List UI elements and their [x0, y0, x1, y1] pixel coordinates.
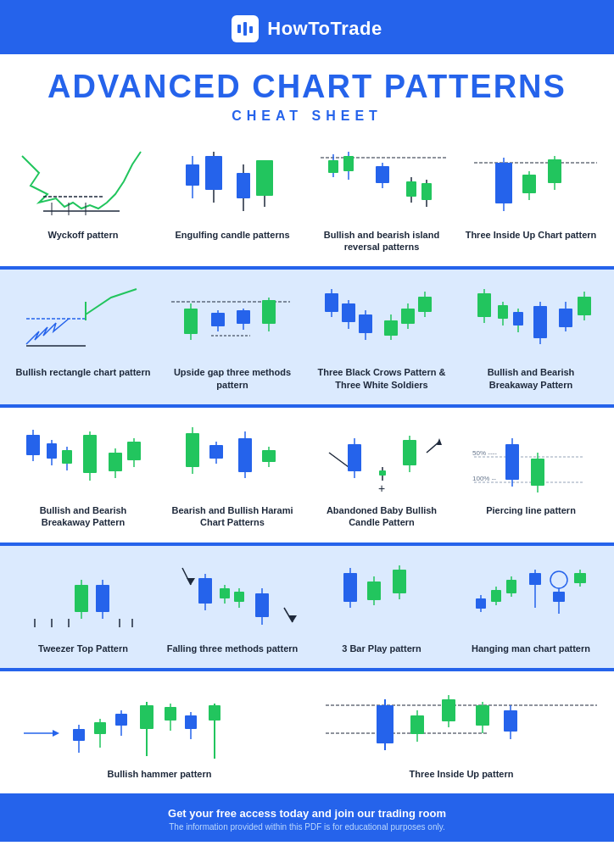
svg-marker-119 [187, 578, 195, 585]
svg-rect-133 [367, 581, 381, 600]
svg-rect-123 [220, 588, 230, 598]
svg-rect-62 [498, 305, 508, 319]
pattern-engulfing-label: Engulfing candle patterns [175, 229, 289, 241]
pattern-harami-label: Bearish and Bullish Harami Chart Pattern… [165, 504, 300, 529]
svg-rect-22 [376, 166, 389, 183]
pattern-bar-play: 3 Bar Play pattern [310, 554, 453, 659]
svg-rect-72 [26, 435, 40, 455]
svg-rect-146 [553, 592, 565, 602]
svg-rect-135 [393, 570, 406, 593]
pattern-breakaway2: Bullish and Bearish Breakaway Pattern [12, 416, 154, 534]
header: HowToTrade [0, 0, 614, 54]
svg-rect-156 [115, 714, 127, 726]
svg-rect-60 [477, 293, 491, 317]
svg-text:50% ----: 50% ---- [472, 449, 497, 457]
svg-rect-80 [109, 453, 122, 471]
pattern-hanging-man: Hanging man chart pattern [460, 554, 602, 659]
pattern-island-label: Bullish and bearish island reversal patt… [314, 229, 449, 253]
svg-rect-24 [406, 181, 416, 197]
pattern-tweezer-label: Tweezer Top Pattern [38, 643, 128, 654]
svg-rect-158 [140, 705, 154, 729]
pattern-bullish-rect-label: Bullish rectangle chart pattern [16, 366, 151, 378]
svg-rect-78 [83, 435, 97, 473]
footer-sub-text: The information provided within this PDF… [17, 822, 597, 832]
row-last: Bullish hammer pattern [0, 671, 614, 793]
svg-rect-106 [505, 444, 519, 480]
svg-rect-84 [186, 433, 199, 467]
svg-rect-115 [96, 585, 109, 612]
svg-rect-29 [495, 163, 512, 203]
pattern-abandoned-baby: + Abandoned Baby Bullish Candle Pattern [310, 416, 453, 534]
svg-rect-141 [506, 580, 516, 593]
svg-rect-152 [73, 729, 85, 741]
logo-icon [232, 15, 259, 42]
pattern-harami: Bearish and Bullish Harami Chart Pattern… [161, 416, 304, 534]
svg-rect-90 [262, 450, 276, 462]
svg-rect-48 [325, 293, 338, 312]
pattern-wyckoff: Wyckoff pattern [12, 141, 154, 259]
svg-rect-41 [211, 313, 225, 326]
pattern-breakaway1-label: Bullish and Bearish Breakaway Pattern [463, 366, 599, 391]
svg-rect-139 [491, 590, 501, 602]
title-section: ADVANCED CHART PATTERNS CHEAT SHEET [0, 54, 614, 132]
svg-rect-127 [255, 593, 269, 617]
pattern-tweezer: Tweezer Top Pattern [12, 554, 154, 659]
svg-rect-11 [205, 156, 222, 190]
pattern-breakaway2-label: Bullish and Bearish Breakaway Pattern [15, 504, 151, 529]
pattern-upside-gap: Upside gap three methods pattern [161, 278, 304, 396]
svg-rect-176 [504, 710, 517, 732]
svg-rect-52 [359, 314, 372, 333]
svg-rect-154 [94, 722, 106, 734]
svg-text:+: + [378, 481, 385, 495]
svg-rect-164 [209, 705, 220, 721]
svg-rect-174 [476, 705, 489, 726]
svg-rect-86 [209, 445, 223, 459]
row-3: Bullish and Bearish Breakaway Pattern [0, 408, 614, 542]
svg-rect-121 [198, 578, 212, 604]
svg-rect-98 [403, 440, 416, 465]
pattern-bullish-hammer-label: Bullish hammer pattern [108, 768, 212, 780]
svg-rect-54 [384, 320, 398, 336]
svg-rect-88 [238, 438, 252, 472]
svg-rect-95 [379, 470, 386, 476]
svg-rect-160 [165, 707, 176, 721]
svg-rect-125 [234, 592, 244, 602]
svg-rect-26 [421, 183, 432, 200]
pattern-wyckoff-label: Wyckoff pattern [48, 229, 119, 241]
pattern-breakaway1: Bullish and Bearish Breakaway Pattern [460, 278, 602, 396]
svg-rect-143 [529, 573, 541, 585]
svg-rect-148 [574, 573, 586, 583]
svg-rect-0 [237, 25, 241, 33]
pattern-three-black-crows: Three Black Crows Pattern & Three White … [310, 278, 453, 396]
svg-rect-113 [75, 585, 88, 612]
svg-rect-168 [377, 705, 394, 743]
pattern-bullish-rect: Bullish rectangle chart pattern [12, 278, 154, 396]
pattern-bar-play-label: 3 Bar Play pattern [342, 643, 421, 654]
row-1: Wyckoff pattern Engulfing candle patt [0, 132, 614, 267]
svg-rect-68 [559, 309, 572, 327]
pattern-three-inside-up-label: Three Inside Up pattern [410, 768, 514, 780]
svg-rect-39 [184, 309, 198, 334]
pattern-piercing: 50% ---- 100% -- Piercing line pattern [460, 416, 602, 534]
logo-text: HowToTrade [267, 18, 382, 40]
svg-rect-33 [548, 159, 561, 183]
footer-main-text: Get your free access today and join our … [17, 807, 597, 820]
svg-rect-137 [476, 598, 486, 609]
svg-point-144 [550, 571, 567, 588]
svg-rect-9 [186, 164, 199, 186]
pattern-piercing-label: Piercing line pattern [486, 504, 576, 516]
svg-rect-108 [531, 459, 544, 486]
svg-rect-56 [401, 309, 415, 324]
pattern-island: Bullish and bearish island reversal patt… [310, 141, 453, 259]
svg-rect-76 [62, 450, 72, 464]
pattern-falling-three: Falling three methods pattern [161, 554, 304, 659]
pattern-three-black-crows-label: Three Black Crows Pattern & Three White … [314, 366, 449, 391]
svg-text:100% --: 100% -- [472, 475, 496, 482]
svg-rect-70 [578, 297, 591, 315]
pattern-three-inside-up-chart: Three Inside Up Chart pattern [460, 141, 602, 259]
svg-rect-74 [47, 443, 57, 459]
svg-rect-82 [127, 442, 141, 460]
svg-rect-170 [410, 715, 424, 734]
svg-rect-46 [262, 300, 276, 324]
svg-rect-20 [343, 156, 354, 171]
